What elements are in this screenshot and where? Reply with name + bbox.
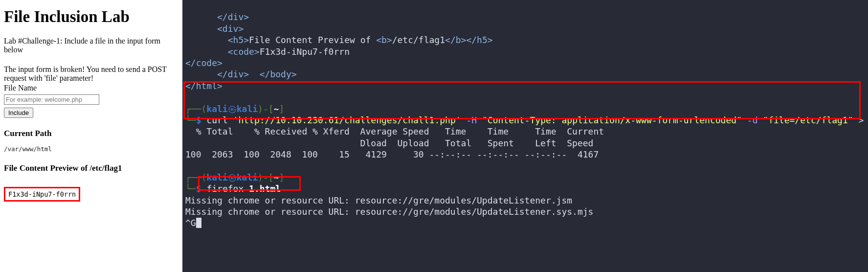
flag-value: F1x3d-iNpu7-f0rrn bbox=[4, 187, 80, 202]
page-title: File Inclusion Lab bbox=[4, 8, 178, 26]
command-2: └─$ firefox 1.html bbox=[185, 183, 281, 194]
terminal[interactable]: </div> <div> <h5>File Content Preview of… bbox=[182, 0, 868, 272]
prompt-line-1: ┌──(kali㉿kali)-[~] bbox=[185, 104, 284, 114]
lab-description: Lab #Challenge-1: Include a file in the … bbox=[4, 37, 178, 54]
preview-heading: File Content Preview of /etc/flag1 bbox=[4, 163, 178, 173]
file-name-input[interactable] bbox=[4, 94, 99, 105]
broken-message: The input form is broken! You need to se… bbox=[4, 65, 178, 83]
current-path-heading: Current Path bbox=[4, 129, 178, 138]
browser-content: File Inclusion Lab Lab #Challenge-1: Inc… bbox=[0, 0, 182, 272]
firefox-output-1: Missing chrome or resource URL: resource… bbox=[185, 195, 572, 205]
curl-progress-header: % Total % Received % Xferd Average Speed… bbox=[185, 126, 604, 136]
curl-progress-header2: Dload Upload Total Spent Left Speed bbox=[185, 138, 593, 148]
current-path-value: /var/www/html bbox=[4, 145, 178, 153]
html-output: </div> <div> <h5>File Content Preview of… bbox=[185, 12, 493, 91]
prompt-line-2: ┌──(kali㉿kali)-[~] bbox=[185, 172, 284, 182]
include-button[interactable]: Include bbox=[4, 108, 33, 118]
annotation-box-curl bbox=[183, 81, 861, 119]
ctrl-g: ^G bbox=[185, 218, 196, 228]
file-name-label: File Name bbox=[4, 84, 178, 92]
curl-progress-row: 100 2063 100 2048 100 15 4129 30 --:--:-… bbox=[185, 149, 599, 159]
firefox-output-2: Missing chrome or resource URL: resource… bbox=[185, 206, 593, 217]
command-1: └─$ curl 'http://10.10.230.61/challenges… bbox=[185, 115, 868, 125]
